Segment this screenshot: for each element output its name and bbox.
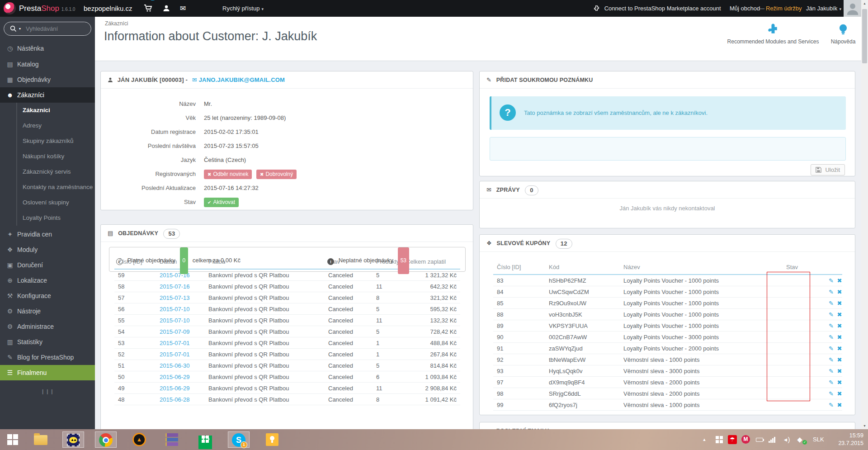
order-row[interactable]: 57 2015-07-13 Bankovní převod s QR Platb…	[114, 292, 460, 303]
sidebar-item-blog[interactable]: ✎Blog for PrestaShop	[0, 350, 95, 365]
voucher-row[interactable]: 97 dX9mq9qBF4 Věrnostní sleva - 2000 poi…	[493, 377, 842, 388]
private-note-textarea[interactable]	[490, 137, 846, 161]
chrome-button[interactable]	[95, 431, 117, 448]
skype-button[interactable]: S1	[228, 431, 250, 448]
order-date-link[interactable]: 2015-07-10	[160, 306, 190, 313]
start-button[interactable]	[2, 431, 24, 448]
optin-badge[interactable]: ✖Dobrovolný	[256, 170, 297, 179]
tray-volume-icon[interactable]: ▲)	[781, 429, 791, 450]
order-row[interactable]: 51 2015-06-30 Bankovní převod s QR Platb…	[114, 360, 460, 371]
sidebar-subitem-customers[interactable]: Zákazníci	[17, 103, 95, 118]
tray-m-icon[interactable]: M	[741, 429, 752, 450]
delete-voucher-icon[interactable]: ✖	[837, 356, 842, 363]
order-row[interactable]: 49 2015-06-29 Bankovní převod s QR Platb…	[114, 383, 460, 394]
sidebar-item-administration[interactable]: ⚙Administrace	[0, 319, 95, 334]
sidebar-item-dashboard[interactable]: ◷Nástěnka	[0, 41, 95, 56]
order-row[interactable]: 54 2015-07-09 Bankovní převod s QR Platb…	[114, 326, 460, 337]
messages-quick-button[interactable]: ✉	[180, 0, 186, 17]
edit-voucher-icon[interactable]: ✎	[829, 345, 834, 352]
customer-email-link[interactable]: ✉ JANO.JAKUBIK@GMAIL.COM	[192, 76, 285, 83]
order-row[interactable]: 56 2015-07-10 Bankovní převod s QR Platb…	[114, 303, 460, 315]
voucher-row[interactable]: 98 SRrjgC6ddL Věrnostní sleva - 2000 poi…	[493, 388, 842, 399]
tray-expand-button[interactable]: ▲	[700, 429, 709, 450]
tray-windows-icon[interactable]	[713, 429, 725, 450]
edit-voucher-icon[interactable]: ✎	[829, 289, 834, 295]
sidebar-subitem-addresses[interactable]: Adresy	[17, 118, 95, 133]
sidebar-search[interactable]: ▾	[4, 22, 91, 36]
sidebar-item-finalmenu[interactable]: ☰Finalmenu	[0, 365, 95, 380]
delete-voucher-icon[interactable]: ✖	[837, 368, 842, 374]
order-date-link[interactable]: 2015-07-13	[160, 294, 190, 301]
scroll-up-arrow-icon[interactable]: ▲	[861, 0, 868, 7]
customers-quick-button[interactable]	[163, 0, 170, 17]
breadcrumb[interactable]: Zákazníci	[105, 20, 128, 27]
language-indicator[interactable]: SLK	[813, 429, 824, 450]
order-row[interactable]: 55 2015-07-10 Bankovní převod s QR Platb…	[114, 315, 460, 326]
scrollbar-thumb[interactable]	[862, 9, 867, 63]
sidebar-subitem-contacts[interactable]: Kontakty na zaměstnance	[17, 180, 95, 195]
voucher-row[interactable]: 92 tbNeWapEvW Věrnostní sleva - 1000 poi…	[493, 354, 842, 365]
voucher-row[interactable]: 84 UwCSqwCdZM Loyalty Points Voucher - 1…	[493, 286, 842, 298]
recommended-modules-button[interactable]: Recommended Modules and Services	[723, 23, 823, 45]
edit-voucher-icon[interactable]: ✎	[829, 311, 834, 318]
delete-voucher-icon[interactable]: ✖	[837, 402, 842, 408]
sidebar-subitem-groups[interactable]: Skupiny zákazníků	[17, 133, 95, 149]
thebat-button[interactable]: ▲▲	[62, 431, 84, 448]
status-active-badge[interactable]: ✔Aktivovat	[204, 198, 239, 207]
order-date-link[interactable]: 2015-06-28	[160, 396, 190, 403]
voucher-row[interactable]: 93 HyqLsQqk0v Věrnostní sleva - 3000 poi…	[493, 365, 842, 377]
file-explorer-button[interactable]	[30, 431, 52, 448]
edit-voucher-icon[interactable]: ✎	[829, 368, 834, 374]
voucher-row[interactable]: 90 002CnB7AwW Loyalty Points Voucher - 3…	[493, 332, 842, 343]
order-date-link[interactable]: 2015-07-10	[160, 317, 190, 324]
sidebar-item-price-rules[interactable]: ✦Pravidla cen	[0, 227, 95, 242]
search-scope-caret-icon[interactable]: ▾	[19, 22, 21, 35]
delete-voucher-icon[interactable]: ✖	[837, 289, 842, 295]
sidebar-item-orders[interactable]: ▦Objednávky	[0, 72, 95, 87]
voucher-row[interactable]: 85 Rz9Ou9xoUW Loyalty Points Voucher - 1…	[493, 298, 842, 309]
order-date-link[interactable]: 2015-07-09	[160, 328, 190, 335]
tray-clock[interactable]: 15:59 23.7.2015	[838, 432, 863, 447]
edit-voucher-icon[interactable]: ✎	[829, 379, 834, 386]
delete-voucher-icon[interactable]: ✖	[837, 311, 842, 318]
my-shop-link[interactable]: Můj obchod	[730, 0, 760, 17]
shop-name-link[interactable]: bezpopelniku.cz	[84, 0, 132, 17]
order-date-link[interactable]: 2015-06-29	[160, 385, 190, 392]
collapse-menu-button[interactable]: ❙❙❙	[0, 388, 95, 394]
user-menu[interactable]: Ján Jakubík▾	[806, 0, 841, 17]
delete-voucher-icon[interactable]: ✖	[837, 300, 842, 307]
order-date-link[interactable]: 2015-07-01	[160, 351, 190, 358]
newsletter-badge[interactable]: ✖Odběr novinek	[204, 170, 252, 179]
sidebar-item-customers[interactable]: ☻Zákazníci	[0, 87, 95, 103]
order-row[interactable]: 58 2015-07-16 Bankovní převod s QR Platb…	[114, 281, 460, 292]
scroll-down-arrow-icon[interactable]: ▼	[861, 422, 868, 429]
sidebar-subitem-outstanding[interactable]: Oslovení skupiny	[17, 195, 95, 210]
cart-button[interactable]: 54	[144, 0, 153, 17]
google-keep-button[interactable]	[261, 431, 283, 448]
sidebar-item-preferences[interactable]: ⚒Konfigurace	[0, 288, 95, 303]
edit-voucher-icon[interactable]: ✎	[829, 390, 834, 397]
edit-voucher-icon[interactable]: ✎	[829, 300, 834, 307]
order-date-link[interactable]: 2015-06-29	[160, 374, 190, 380]
order-row[interactable]: 53 2015-07-01 Bankovní převod s QR Platb…	[114, 337, 460, 349]
help-button[interactable]: Nápověda	[827, 23, 859, 45]
winrar-button[interactable]	[161, 431, 183, 448]
delete-voucher-icon[interactable]: ✖	[837, 379, 842, 386]
order-row[interactable]: 48 2015-06-28 Bankovní převod s QR Platb…	[114, 394, 460, 405]
sidebar-subitem-carts[interactable]: Nákupní košíky	[17, 149, 95, 164]
voucher-row[interactable]: 83 hSHbP62FMZ Loyalty Points Voucher - 1…	[493, 275, 842, 286]
marketplace-link[interactable]: Connect to PrestaShop Marketplace accoun…	[593, 0, 721, 17]
quick-access-dropdown[interactable]: Rychlý přístup▾	[222, 0, 264, 17]
search-input[interactable]	[26, 23, 87, 35]
sidebar-item-modules[interactable]: ❖Moduly	[0, 242, 95, 257]
sidebar-item-stats[interactable]: ▥Statistiky	[0, 334, 95, 350]
voucher-row[interactable]: 91 zaSWYqZjud Loyalty Points Voucher - 2…	[493, 343, 842, 354]
delete-voucher-icon[interactable]: ✖	[837, 277, 842, 284]
windows-store-button[interactable]	[194, 431, 216, 448]
delete-voucher-icon[interactable]: ✖	[837, 345, 842, 352]
save-note-button[interactable]: Uložit	[811, 164, 845, 175]
edit-voucher-icon[interactable]: ✎	[829, 334, 834, 341]
order-date-link[interactable]: 2015-07-01	[160, 340, 190, 346]
voucher-row[interactable]: 99 6fQ2ryos7j Věrnostní sleva - 1000 poi…	[493, 399, 842, 411]
order-date-link[interactable]: 2015-06-30	[160, 362, 190, 369]
